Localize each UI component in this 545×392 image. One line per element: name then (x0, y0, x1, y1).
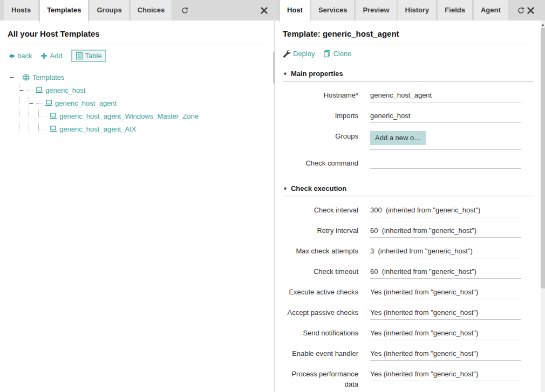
retry-interval-field[interactable]: 60 (inherited from "generic_host") (370, 225, 521, 238)
tab-agent[interactable]: Agent (474, 0, 508, 20)
imports-field[interactable]: generic_host (370, 111, 521, 123)
enable-event-handler-field[interactable]: Yes (inherited from "generic_host") (370, 348, 521, 361)
tree-connector (26, 90, 33, 91)
form-row-execute-active-checks: Execute active checks Yes (inherited fro… (283, 287, 534, 299)
host-templates-panel: Hosts Templates Groups Choices All your … (0, 0, 275, 392)
accept-passive-checks-field[interactable]: Yes (inherited from "generic_host") (370, 307, 521, 320)
host-icon (35, 86, 43, 94)
page-title: All your Host Templates (8, 26, 267, 44)
close-icon[interactable] (261, 0, 268, 20)
column-resize-handle[interactable] (273, 51, 275, 84)
form-row-process-performance-data: Process performance data Yes (inherited … (283, 369, 534, 389)
clone-icon (323, 50, 331, 58)
execute-active-checks-field[interactable]: Yes (inherited from "generic_host") (370, 287, 521, 299)
clone-button[interactable]: Clone (323, 50, 351, 58)
form-row-enable-event-handler: Enable event handler Yes (inherited from… (283, 348, 534, 361)
collapse-toggle[interactable]: − (29, 99, 36, 107)
max-check-attempts-field[interactable]: 3 (inherited from "generic_host") (370, 246, 521, 258)
tab-host[interactable]: Host (280, 0, 310, 23)
right-tab-bar: Host Services Preview History Fields Age… (275, 0, 545, 20)
caret-down-icon: ▼ (283, 186, 288, 191)
form-row-groups: Groups Add a new o… (283, 131, 534, 150)
caret-down-icon: ▼ (283, 71, 288, 77)
left-action-row: back Add Table (8, 44, 267, 66)
tab-preview[interactable]: Preview (356, 0, 397, 20)
refresh-icon[interactable] (181, 0, 189, 20)
form-row-max-check-attempts: Max check attempts 3 (inherited from "ge… (283, 246, 534, 258)
back-arrow-icon (8, 52, 15, 60)
tree-node-generic-host-agent[interactable]: − generic_host_agent (29, 97, 267, 109)
host-icon (49, 112, 57, 120)
section-check-execution[interactable]: ▼ Check execution (283, 177, 534, 196)
tab-fields[interactable]: Fields (438, 0, 473, 20)
wrench-icon (283, 50, 291, 58)
host-icon (45, 99, 53, 107)
tree-connector (39, 116, 47, 116)
deploy-button[interactable]: Deploy (283, 50, 315, 58)
tree-node-windows-master-zone[interactable]: generic_host_agent_Windows_Master_Zone (39, 109, 267, 122)
tree-node-generic-host[interactable]: − generic_host (19, 84, 267, 97)
right-panel-content: Template: generic_host_agent Deploy Clon… (275, 20, 545, 392)
process-performance-data-field[interactable]: Yes (inherited from "generic_host") (370, 369, 521, 381)
collapse-toggle[interactable]: − (19, 86, 26, 94)
tree-connector (39, 129, 47, 129)
globe-icon (22, 73, 30, 81)
tab-groups[interactable]: Groups (90, 0, 129, 20)
check-timeout-field[interactable]: 60 (inherited from "generic_host") (370, 266, 521, 279)
hostname-field[interactable]: generic_host_agent (370, 90, 521, 102)
tree-node-templates[interactable]: − Templates (10, 71, 267, 84)
template-detail-panel: Host Services Preview History Fields Age… (275, 0, 545, 392)
form-row-accept-passive-checks: Accept passive checks Yes (inherited fro… (283, 307, 534, 320)
form-row-check-timeout: Check timeout 60 (inherited from "generi… (283, 266, 534, 279)
tab-history[interactable]: History (398, 0, 437, 20)
plus-icon (40, 52, 47, 59)
form-row-check-interval: Check interval 300 (inherited from "gene… (283, 205, 534, 217)
close-icon[interactable] (527, 0, 534, 20)
right-panel-scrollbar[interactable]: ▲ (541, 20, 545, 392)
form-row-hostname: Hostname* generic_host_agent (283, 90, 534, 102)
add-button[interactable]: Add (40, 52, 62, 60)
groups-add-input[interactable]: Add a new o… (370, 131, 426, 145)
template-tree: − Templates − (8, 71, 267, 135)
check-interval-field[interactable]: 300 (inherited from "generic_host") (370, 205, 521, 217)
right-action-row: Deploy Clone (283, 44, 534, 62)
table-view-button[interactable]: Table (71, 50, 106, 62)
form-row-imports: Imports generic_host (283, 111, 534, 123)
tab-services[interactable]: Services (311, 0, 355, 20)
template-title: Template: generic_host_agent (283, 26, 534, 44)
section-main-properties[interactable]: ▼ Main properties (283, 62, 534, 81)
tab-hosts[interactable]: Hosts (4, 0, 38, 20)
host-icon (49, 125, 57, 133)
groups-field[interactable]: Add a new o… (370, 131, 521, 150)
scrollbar-thumb[interactable] (541, 27, 545, 288)
form-row-retry-interval: Retry interval 60 (inherited from "gener… (283, 225, 534, 238)
tab-choices[interactable]: Choices (131, 0, 173, 20)
tree-connector (36, 103, 43, 104)
check-command-field[interactable] (370, 158, 521, 169)
form-row-send-notifications: Send notifications Yes (inherited from "… (283, 328, 534, 340)
scrollbar-up-arrow[interactable]: ▲ (541, 22, 545, 27)
refresh-icon[interactable] (517, 0, 525, 20)
back-button[interactable]: back (8, 52, 32, 60)
collapse-toggle[interactable]: − (10, 73, 17, 81)
tab-templates[interactable]: Templates (39, 0, 88, 23)
left-tab-bar: Hosts Templates Groups Choices (0, 0, 274, 20)
tree-node-aix[interactable]: generic_host_agent_AIX (39, 122, 267, 135)
document-icon (76, 52, 83, 60)
form-row-check-command: Check command (283, 158, 534, 169)
left-panel-content: All your Host Templates back Add Table − (0, 20, 274, 392)
send-notifications-field[interactable]: Yes (inherited from "generic_host") (370, 328, 521, 340)
